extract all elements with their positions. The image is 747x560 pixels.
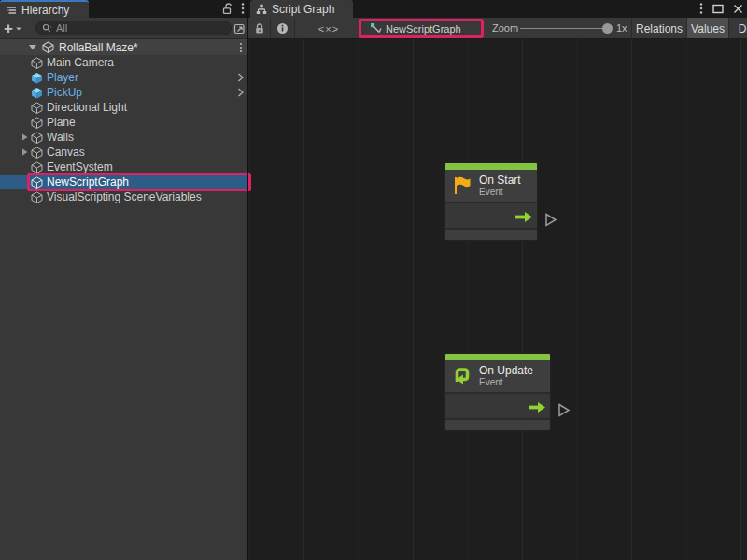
node-on-update[interactable]: On Update Event <box>444 353 551 431</box>
tree-row-player[interactable]: Player <box>0 70 248 85</box>
node-subtitle: Event <box>479 377 533 388</box>
gameobject-icon <box>31 161 43 174</box>
foldout-closed-icon[interactable] <box>21 133 29 142</box>
tab-hierarchy-label: Hierarchy <box>21 4 69 17</box>
hierarchy-panel: Hierarchy + <box>0 0 248 560</box>
zoom-slider-handle[interactable] <box>602 23 613 34</box>
tree-row-walls[interactable]: Walls <box>0 130 248 145</box>
chevron-right-icon[interactable] <box>237 73 244 82</box>
foldout-open-icon[interactable] <box>28 43 37 51</box>
node-title: On Start <box>479 174 521 187</box>
script-graph-tabbar: Script Graph <box>248 0 747 18</box>
node-footer <box>445 230 537 240</box>
zoom-value: 1x <box>616 22 627 34</box>
gameobject-icon <box>31 57 43 69</box>
zoom-slider[interactable] <box>520 28 612 29</box>
close-icon[interactable] <box>733 4 743 14</box>
node-footer <box>445 420 550 430</box>
graph-canvas[interactable]: On Start Event <box>248 39 747 560</box>
unity-editor-window: Hierarchy + <box>0 0 747 560</box>
add-icon: + <box>4 21 13 36</box>
info-icon <box>276 22 289 35</box>
chevron-right-icon[interactable] <box>237 88 244 97</box>
graph-breadcrumb[interactable]: NewScriptGraph <box>370 18 461 39</box>
script-graph-toolbar: <×> NewScriptGraph Zoom 1x Relations Val… <box>248 18 747 39</box>
tree-row-main-camera[interactable]: Main Camera <box>0 55 248 70</box>
node-subtitle: Event <box>479 187 521 198</box>
tree-row-pickup[interactable]: PickUp <box>0 85 248 100</box>
maximize-icon[interactable] <box>712 4 724 14</box>
script-graph-panel: Script Graph <box>248 0 747 560</box>
prefab-icon <box>31 87 43 99</box>
zoom-label: Zoom <box>492 22 518 34</box>
search-icon[interactable] <box>42 23 53 34</box>
scene-kebab-menu-icon[interactable] <box>239 42 243 53</box>
tab-script-graph[interactable]: Script Graph <box>250 0 353 18</box>
search-input[interactable] <box>56 22 225 34</box>
popout-icon[interactable] <box>233 21 246 38</box>
hierarchy-tree: RollaBall Maze* Main Camera <box>0 39 248 560</box>
kebab-menu-icon[interactable] <box>241 2 245 15</box>
loop-icon <box>451 365 473 387</box>
hierarchy-icon <box>6 5 17 16</box>
tree-row-visualscripting-scenevariables[interactable]: VisualScripting SceneVariables <box>0 189 248 204</box>
gameobject-icon <box>31 132 43 144</box>
graph-breadcrumb-label: NewScriptGraph <box>386 23 461 35</box>
values-button[interactable]: Values <box>686 18 728 39</box>
gameobject-icon <box>31 147 43 159</box>
scene-name: RollaBall Maze* <box>59 41 138 54</box>
info-button[interactable] <box>270 18 294 39</box>
unity-logo-icon <box>42 41 54 53</box>
flow-arrow-icon[interactable] <box>529 402 545 413</box>
lock-icon <box>254 22 265 35</box>
prefab-icon <box>31 72 43 84</box>
tree-row-eventsystem[interactable]: EventSystem <box>0 160 248 175</box>
node-port-row <box>445 394 550 420</box>
relations-button[interactable]: Relations <box>631 18 686 39</box>
scene-row[interactable]: RollaBall Maze* <box>0 39 248 55</box>
tab-script-graph-label: Script Graph <box>272 3 334 16</box>
lock-toggle-button[interactable] <box>248 18 270 39</box>
tree-row-newscriptgraph[interactable]: NewScriptGraph <box>0 175 248 189</box>
tree-row-plane[interactable]: Plane <box>0 115 248 130</box>
flag-icon <box>451 175 473 197</box>
flow-arrow-icon[interactable] <box>515 212 532 222</box>
node-port-row <box>445 203 537 230</box>
hierarchy-tabbar: Hierarchy <box>0 0 248 18</box>
kebab-menu-icon[interactable] <box>699 2 703 15</box>
foldout-closed-icon[interactable] <box>21 147 29 157</box>
node-title: On Update <box>479 364 533 377</box>
gameobject-icon <box>31 117 43 129</box>
dropdown-caret-icon <box>15 26 22 32</box>
output-port-icon[interactable] <box>544 213 557 227</box>
add-gameobject-button[interactable]: + <box>4 20 30 37</box>
gameobject-icon <box>31 191 43 203</box>
hierarchy-toolbar: + <box>0 18 248 39</box>
tree-row-canvas[interactable]: Canvas <box>0 145 248 160</box>
code-icon: <×> <box>318 23 339 35</box>
unlock-icon[interactable] <box>221 2 233 15</box>
graph-asset-icon <box>370 22 382 35</box>
output-port-icon[interactable] <box>557 403 571 417</box>
edit-code-button[interactable]: <×> <box>304 18 353 39</box>
panel-divider <box>247 0 248 560</box>
node-color-bar <box>445 163 537 170</box>
hierarchy-search-field[interactable] <box>35 21 232 35</box>
node-color-bar <box>445 354 550 360</box>
gameobject-icon <box>31 102 43 114</box>
gameobject-icon <box>31 176 43 189</box>
node-on-start[interactable]: On Start Event <box>444 162 538 241</box>
tab-hierarchy[interactable]: Hierarchy <box>0 0 89 18</box>
script-graph-tab-icon <box>256 4 267 15</box>
dim-button[interactable]: Dim <box>728 18 747 39</box>
tree-row-directional-light[interactable]: Directional Light <box>0 100 248 115</box>
